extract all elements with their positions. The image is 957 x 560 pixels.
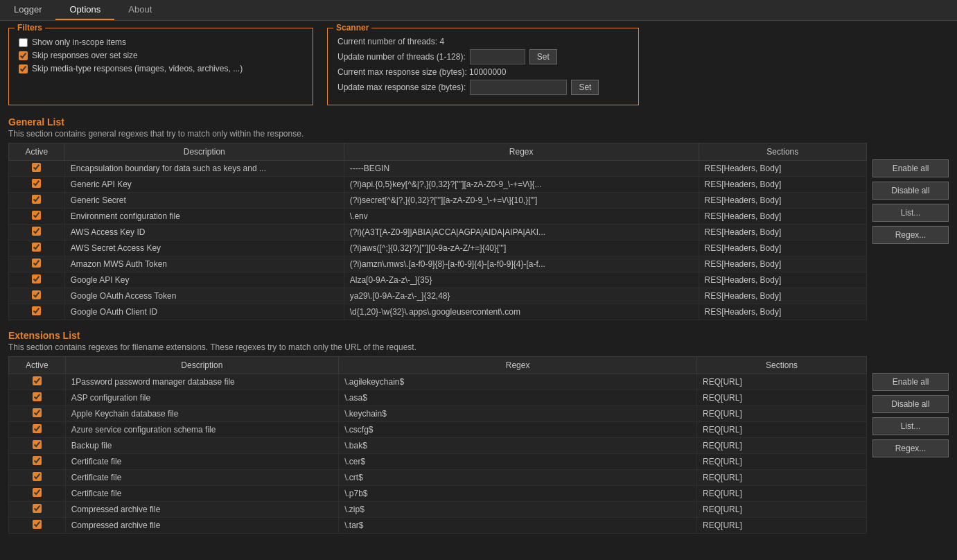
ext-list-button[interactable]: List... [872, 417, 949, 435]
row-active-checkbox[interactable] [33, 376, 42, 385]
row-active-cell [9, 288, 65, 304]
filter-option-0: Show only in-scope items [19, 37, 303, 47]
row-active-checkbox[interactable] [33, 408, 42, 417]
row-active-checkbox[interactable] [33, 488, 42, 497]
row-description: Generic Secret [64, 193, 344, 209]
ext-enable-all-button[interactable]: Enable all [872, 373, 949, 391]
general-enable-all-button[interactable]: Enable all [872, 159, 949, 177]
row-sections: REQ[URL] [697, 390, 867, 406]
row-regex: \.agilekeychain$ [339, 374, 697, 390]
extensions-list-side-buttons: Enable all Disable all List... Regex... [872, 356, 949, 534]
ext-col-active: Active [9, 357, 66, 374]
general-list-section: General List This section contains gener… [8, 116, 949, 320]
filter-checkbox-0[interactable] [19, 38, 28, 47]
row-sections: REQ[URL] [697, 502, 867, 518]
ext-col-sections: Sections [697, 357, 867, 374]
row-regex: (?i)aws([^;]{0,32}?)["'][0-9a-zA-Z/+=]{4… [344, 240, 699, 256]
row-sections: REQ[URL] [697, 406, 867, 422]
row-description: Environment configuration file [64, 209, 344, 225]
scanner-max-input[interactable] [470, 80, 567, 95]
row-active-checkbox[interactable] [32, 259, 41, 268]
general-list-button[interactable]: List... [872, 204, 949, 222]
row-description: Google OAuth Client ID [64, 304, 344, 320]
general-col-regex: Regex [344, 143, 699, 161]
row-sections: REQ[URL] [697, 518, 867, 534]
table-row: AWS Access Key ID (?i)(A3T[A-Z0-9]|ABIA|… [9, 225, 867, 240]
row-sections: RES[Headers, Body] [699, 256, 866, 272]
table-row: Amazon MWS Auth Token (?i)amzn\.mws\.[a-… [9, 256, 867, 272]
table-row: Compressed archive file \.zip$ REQ[URL] [9, 502, 867, 518]
row-active-cell [9, 209, 65, 225]
general-list-table: Active Description Regex Sections Encaps… [8, 143, 867, 320]
scanner-current-threads: Current number of threads: 4 [337, 37, 629, 46]
general-regex-button[interactable]: Regex... [872, 226, 949, 244]
row-active-checkbox[interactable] [32, 306, 41, 315]
row-regex: -----BEGIN [344, 161, 699, 177]
tab-logger[interactable]: Logger [0, 0, 55, 20]
ext-col-description: Description [65, 357, 339, 374]
filter-label-2: Skip media-type responses (images, video… [32, 64, 243, 73]
filter-option-1: Skip responses over set size [19, 51, 303, 60]
row-active-cell [9, 161, 65, 177]
row-active-checkbox[interactable] [33, 392, 42, 401]
scanner-set-threads-button[interactable]: Set [529, 49, 557, 64]
row-regex: \.cscfg$ [339, 422, 697, 438]
row-active-checkbox[interactable] [32, 243, 41, 252]
table-row: Apple Keychain database file \.keychain$… [9, 406, 867, 422]
row-active-checkbox[interactable] [32, 274, 41, 283]
row-active-checkbox[interactable] [32, 290, 41, 299]
extensions-list-table: Active Description Regex Sections 1Passw… [8, 356, 867, 534]
filter-option-2: Skip media-type responses (images, video… [19, 64, 303, 73]
row-regex: Alza[0-9A-Za-z\-_]{35} [344, 272, 699, 288]
scanner-update-max-label: Update max response size (bytes): [337, 82, 466, 92]
table-row: Compressed archive file \.tar$ REQ[URL] [9, 518, 867, 534]
row-active-checkbox[interactable] [32, 211, 41, 220]
row-active-checkbox[interactable] [33, 440, 42, 449]
row-active-cell [9, 193, 65, 209]
row-active-checkbox[interactable] [32, 227, 41, 236]
extensions-list-desc: This section contains regexes for filena… [8, 342, 949, 352]
row-active-checkbox[interactable] [33, 424, 42, 433]
row-sections: RES[Headers, Body] [699, 161, 866, 177]
row-regex: \.keychain$ [339, 406, 697, 422]
filter-label-0: Show only in-scope items [32, 37, 126, 47]
row-description: Google API Key [64, 272, 344, 288]
filter-checkbox-2[interactable] [19, 64, 28, 73]
row-active-checkbox[interactable] [33, 520, 42, 529]
top-row: Filters Show only in-scope items Skip re… [8, 28, 949, 105]
row-active-checkbox[interactable] [33, 504, 42, 513]
row-description: Encapsulation boundary for data such as … [64, 161, 344, 177]
row-active-checkbox[interactable] [33, 472, 42, 481]
extensions-list-title: Extensions List [8, 330, 949, 341]
row-description: Certificate file [65, 486, 339, 502]
row-description: Azure service configuration schema file [65, 422, 339, 438]
ext-regex-button[interactable]: Regex... [872, 439, 949, 457]
row-active-cell [9, 225, 65, 240]
row-active-cell [9, 422, 66, 438]
row-active-cell [9, 390, 66, 406]
ext-disable-all-button[interactable]: Disable all [872, 395, 949, 413]
tab-options[interactable]: Options [55, 0, 114, 20]
scanner-update-threads: Update number of threads (1-128): Set [337, 49, 629, 64]
row-active-checkbox[interactable] [33, 456, 42, 465]
row-active-checkbox[interactable] [32, 179, 41, 188]
scanner-threads-input[interactable] [470, 49, 525, 64]
row-regex: ya29\.[0-9A-Za-z\-_]{32,48} [344, 288, 699, 304]
row-active-cell [9, 438, 66, 454]
table-row: Google API Key Alza[0-9A-Za-z\-_]{35} RE… [9, 272, 867, 288]
row-sections: RES[Headers, Body] [699, 193, 866, 209]
row-active-checkbox[interactable] [32, 195, 41, 204]
scanner-set-max-button[interactable]: Set [571, 80, 599, 95]
general-disable-all-button[interactable]: Disable all [872, 182, 949, 200]
scanner-update-threads-label: Update number of threads (1-128): [337, 52, 466, 62]
table-row: Generic Secret (?i)secret[^&|?,]{0,32}?[… [9, 193, 867, 209]
row-description: AWS Access Key ID [64, 225, 344, 240]
row-active-checkbox[interactable] [32, 163, 41, 172]
row-active-cell [9, 502, 66, 518]
filter-checkbox-1[interactable] [19, 51, 28, 60]
tab-about[interactable]: About [114, 0, 166, 20]
row-description: Apple Keychain database file [65, 406, 339, 422]
row-active-cell [9, 406, 66, 422]
row-sections: RES[Headers, Body] [699, 209, 866, 225]
general-list-table-wrapper: Active Description Regex Sections Encaps… [8, 143, 949, 320]
